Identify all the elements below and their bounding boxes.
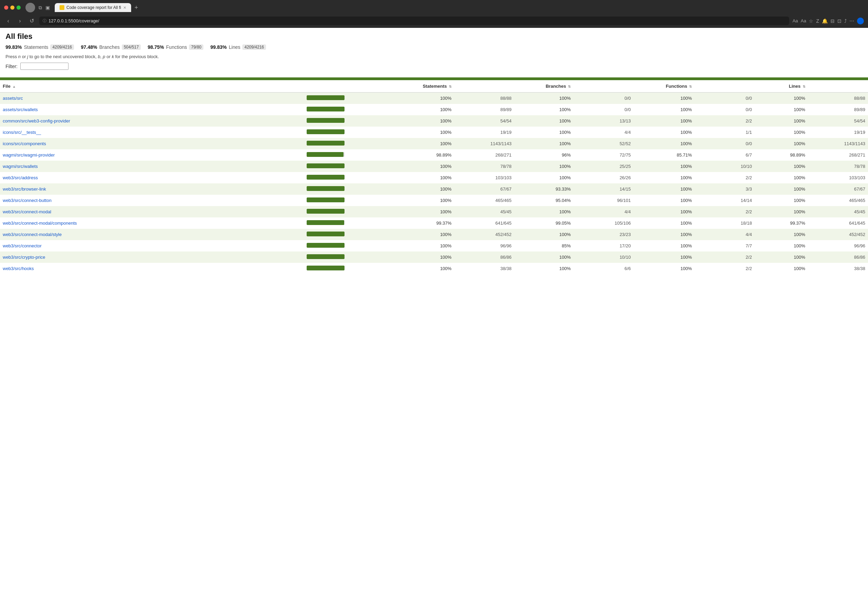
tab-close-button[interactable]: ✕ [123, 6, 126, 10]
file-link[interactable]: web3/src/crypto-price [3, 255, 46, 260]
bar-container [307, 152, 344, 157]
filter-input[interactable] [20, 63, 68, 70]
br-pct: 100% [514, 104, 574, 115]
stmt-pct: 100% [388, 115, 454, 127]
reader-mode-icon[interactable]: Aa [793, 18, 798, 23]
br-count: 6/6 [574, 263, 633, 274]
file-cell: wagmi/src/wagmi-provider [0, 149, 304, 161]
fn-count: 2/2 [695, 115, 754, 127]
br-pct: 100% [514, 115, 574, 127]
table-row: assets/src/wallets 100% 89/89 100% 0/0 1… [0, 104, 868, 115]
fn-count: 6/7 [695, 149, 754, 161]
notifications-icon[interactable]: 🔔 [822, 18, 828, 24]
stmt-count: 89/89 [454, 104, 514, 115]
file-link[interactable]: assets/src/wallets [3, 107, 38, 112]
file-link[interactable]: web3/src/browser-link [3, 186, 46, 192]
fn-count: 10/10 [695, 161, 754, 172]
br-pct: 95.04% [514, 195, 574, 206]
aa-icon[interactable]: Aa [801, 18, 806, 23]
col-header-branches[interactable]: Branches ⇅ [514, 80, 574, 92]
col-header-file[interactable]: File ▲ [0, 80, 304, 92]
file-link[interactable]: assets/src [3, 95, 23, 101]
scrollable-content[interactable]: File ▲ Statements ⇅ Branches ⇅ Functions… [0, 80, 868, 274]
fn-pct: 100% [634, 217, 695, 229]
new-tab-button[interactable]: + [133, 4, 140, 11]
screenshots-icon[interactable]: ⊡ [838, 18, 842, 24]
statements-badge: 4209/4216 [50, 44, 74, 50]
ln-pct: 100% [755, 252, 808, 263]
ln-pct: 100% [755, 172, 808, 183]
table-row: icons/src/__tests__ 100% 19/19 100% 4/4 … [0, 127, 868, 138]
refresh-button[interactable]: ↺ [27, 18, 36, 24]
tab-switcher-icon[interactable]: ⧉ [38, 5, 42, 11]
stmt-count: 78/78 [454, 161, 514, 172]
ln-pct: 100% [755, 229, 808, 240]
more-icon[interactable]: ⋯ [850, 18, 854, 24]
table-row: wagmi/src/wallets 100% 78/78 100% 25/25 … [0, 161, 868, 172]
extensions-icon[interactable]: Z [816, 18, 819, 24]
file-cell: icons/src/__tests__ [0, 127, 304, 138]
fn-pct: 100% [634, 127, 695, 138]
fn-count: 1/1 [695, 127, 754, 138]
bar-fill [307, 95, 344, 100]
file-link[interactable]: web3/src/connector [3, 243, 42, 248]
file-link[interactable]: icons/src/__tests__ [3, 130, 41, 135]
ln-count: 54/54 [808, 115, 868, 127]
col-header-statements[interactable]: Statements ⇅ [388, 80, 454, 92]
fn-count: 0/0 [695, 92, 754, 104]
fn-pct: 100% [634, 172, 695, 183]
file-link[interactable]: web3/src/connect-button [3, 198, 52, 203]
maximize-window-button[interactable] [17, 6, 21, 10]
file-cell: web3/src/address [0, 172, 304, 183]
ln-count: 67/67 [808, 183, 868, 195]
br-count: 72/75 [574, 149, 633, 161]
br-count: 52/52 [574, 138, 633, 149]
close-window-button[interactable] [4, 6, 8, 10]
bookmark-icon[interactable]: ☆ [809, 18, 813, 24]
active-tab[interactable]: Code coverage report for All fi ✕ [55, 3, 131, 12]
file-link[interactable]: web3/src/address [3, 175, 38, 180]
table-row: web3/src/connect-button 100% 465/465 95.… [0, 195, 868, 206]
fn-pct: 100% [634, 183, 695, 195]
ln-count: 96/96 [808, 240, 868, 252]
br-count: 26/26 [574, 172, 633, 183]
ln-pct: 100% [755, 127, 808, 138]
file-link[interactable]: wagmi/src/wallets [3, 164, 38, 169]
file-link[interactable]: web3/src/hooks [3, 266, 34, 271]
br-pct: 100% [514, 206, 574, 217]
stmt-pct: 100% [388, 161, 454, 172]
br-count: 10/10 [574, 252, 633, 263]
app-icon[interactable] [857, 18, 864, 24]
col-header-lines[interactable]: Lines ⇅ [755, 80, 808, 92]
br-count: 0/0 [574, 104, 633, 115]
statements-pct: 99.83% [6, 44, 22, 50]
ln-count: 86/86 [808, 252, 868, 263]
ln-pct: 100% [755, 263, 808, 274]
br-pct: 100% [514, 161, 574, 172]
file-link[interactable]: web3/src/connect-modal [3, 209, 51, 214]
col-header-functions[interactable]: Functions ⇅ [634, 80, 695, 92]
file-link[interactable]: web3/src/connect-modal/style [3, 232, 62, 237]
file-link[interactable]: web3/src/connect-modal/components [3, 221, 77, 226]
file-link[interactable]: common/src/web3-config-provider [3, 118, 70, 124]
file-link[interactable]: wagmi/src/wagmi-provider [3, 152, 55, 158]
stmt-pct: 100% [388, 183, 454, 195]
sidebar-icon[interactable]: ▣ [46, 5, 50, 10]
functions-pct: 98.75% [148, 44, 164, 50]
back-button[interactable]: ‹ [4, 18, 12, 24]
br-pct: 93.33% [514, 183, 574, 195]
table-row: web3/src/connect-modal 100% 45/45 100% 4… [0, 206, 868, 217]
file-link[interactable]: icons/src/components [3, 141, 46, 146]
share-icon[interactable]: ⤴ [844, 18, 847, 24]
bar-container [307, 220, 344, 225]
br-count: 17/20 [574, 240, 633, 252]
bar-fill [307, 254, 344, 259]
file-cell: assets/src/wallets [0, 104, 304, 115]
address-bar[interactable]: ⓘ 127.0.0.1:5500/coverage/ [39, 17, 789, 25]
reading-list-icon[interactable]: ⊟ [830, 18, 835, 24]
bar-container [307, 209, 344, 214]
forward-button[interactable]: › [16, 18, 24, 24]
bar-fill [307, 129, 344, 134]
br-count: 23/23 [574, 229, 633, 240]
minimize-window-button[interactable] [10, 6, 14, 10]
